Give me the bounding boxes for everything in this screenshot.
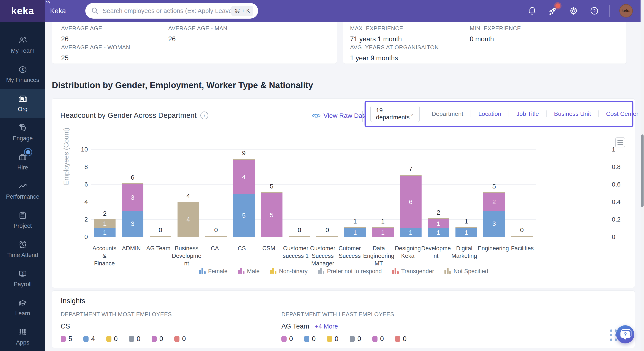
bar-cutomer-success[interactable]: 11 — [341, 149, 369, 237]
filter-department[interactable]: Department — [424, 110, 471, 117]
chart-context-menu-button[interactable] — [615, 137, 625, 147]
bar-ag-team[interactable]: 0 — [147, 149, 174, 237]
mini-bar-chart-icon — [238, 267, 244, 274]
color-swatch — [61, 336, 66, 342]
x-axis-category-label: DataEngineeringMT — [363, 241, 394, 267]
sidebar-item-engage[interactable]: Engage — [0, 118, 45, 147]
notifications-bell-icon[interactable] — [526, 5, 538, 17]
filter-cost-center[interactable]: Cost Center — [599, 110, 644, 117]
x-axis-category-label: CSM — [255, 241, 282, 267]
svg-text:$: $ — [22, 272, 24, 275]
bar-engineering[interactable]: 523 — [480, 149, 508, 237]
bar-total-label: 0 — [159, 226, 162, 234]
eye-icon — [312, 113, 320, 119]
bar-segment: 6 — [400, 176, 422, 228]
mini-bar-chart-icon — [444, 267, 451, 274]
bar-development[interactable]: 211 — [424, 149, 452, 237]
bar-total-label: 5 — [492, 183, 496, 190]
stat-label: AVERAGE AGE — [61, 25, 102, 32]
bar-cs[interactable]: 945 — [230, 149, 258, 237]
bar-total-label: 4 — [186, 192, 190, 200]
section-title: Distribution by Gender, Employment, Work… — [52, 80, 313, 90]
view-raw-data-link[interactable]: View Raw Data — [312, 112, 368, 119]
sidebar-item-apps[interactable]: Apps — [0, 322, 45, 351]
bar-csm[interactable]: 55 — [258, 149, 286, 237]
x-axis-category-label: CA — [201, 241, 228, 267]
sidebar-item-my-finances[interactable]: $My Finances — [0, 60, 45, 89]
color-swatch — [152, 336, 157, 342]
info-icon[interactable]: i — [200, 112, 208, 119]
legend-female[interactable]: Female — [199, 267, 228, 274]
bar-accounts-&-finance[interactable]: 211 — [91, 149, 119, 237]
filter-job-title[interactable]: Job Title — [509, 110, 546, 117]
x-axis-category-label: Accounts &Finance — [91, 241, 118, 267]
bar-designing-keka[interactable]: 761 — [397, 149, 424, 237]
gender-count: 0 — [350, 335, 361, 343]
mini-bar-chart-icon — [392, 267, 399, 274]
legend-label: Not Specified — [454, 268, 488, 275]
support-chat-button[interactable]: ? — [616, 325, 634, 343]
bar-ca[interactable]: 0 — [202, 149, 230, 237]
stat-label: MIN. EXPERIENCE — [470, 25, 521, 32]
legend-non-binary[interactable]: Non-binary — [270, 267, 308, 274]
filter-location[interactable]: Location — [471, 110, 509, 117]
chart-plot-area: 211633044094555001111761211115230 — [91, 149, 536, 237]
scrollbar-thumb[interactable] — [641, 134, 644, 207]
bar-digital-marketing[interactable]: 11 — [452, 149, 480, 237]
departments-dropdown[interactable]: 19 departments ⌄ — [370, 106, 420, 122]
user-avatar[interactable]: keka — [620, 4, 633, 18]
chevron-down-icon: ⌄ — [410, 111, 414, 117]
legend-male[interactable]: Male — [238, 267, 260, 274]
sidebar-item-my-team[interactable]: My Team — [0, 30, 45, 60]
headcount-chart-card: Headcount by Gender Across Department i … — [52, 98, 635, 288]
legend-not-specified[interactable]: Not Specified — [444, 267, 488, 274]
sidebar-item-label: My Team — [11, 48, 34, 54]
chart-legend: FemaleMaleNon-binaryPrefer not to respon… — [52, 267, 635, 274]
sidebar-item-hire[interactable]: Hire — [0, 147, 45, 176]
insight-least-employees: DEPARTMENT WITH LEAST EMPLOYEES AG Team … — [282, 311, 407, 343]
color-swatch — [350, 336, 355, 342]
keka-logo[interactable]: keka ,,, — [0, 0, 45, 22]
bar-facilities[interactable]: 0 — [508, 149, 536, 237]
sidebar-item-project[interactable]: Project — [0, 205, 45, 234]
insight-most-value: CS — [61, 322, 70, 330]
more-departments-link[interactable]: +4 More — [315, 323, 338, 330]
legend-label: Male — [247, 268, 260, 275]
filter-business-unit[interactable]: Business Unit — [546, 110, 599, 117]
insights-card: Insights DEPARTMENT WITH MOST EMPLOYEES … — [52, 290, 635, 348]
sidebar-item-org[interactable]: Org — [0, 89, 45, 118]
x-axis-category-label: Facilities — [509, 241, 536, 267]
gender-count: 5 — [61, 335, 72, 343]
sidebar-item-learn[interactable]: Learn — [0, 293, 45, 322]
legend-label: Non-binary — [279, 268, 308, 275]
bar-admin[interactable]: 633 — [119, 149, 147, 237]
help-icon[interactable]: ? — [589, 5, 600, 17]
x-axis-category-label: Development — [421, 241, 451, 267]
sidebar-navigation: My Team$My FinancesOrgEngageHirePerforma… — [0, 22, 45, 351]
legend-transgender[interactable]: Transgender — [392, 267, 434, 274]
bar-segment: 3 — [483, 211, 505, 237]
bar-customer-success-1[interactable]: 0 — [286, 149, 313, 237]
global-search-input[interactable]: Search employees or actions (Ex: Apply L… — [85, 3, 258, 19]
trend-arrow-icon — [18, 181, 28, 191]
page-scrollbar[interactable] — [640, 0, 644, 351]
sidebar-item-payroll[interactable]: $Payroll — [0, 264, 45, 293]
color-swatch — [83, 336, 88, 342]
count-value: 0 — [137, 335, 140, 343]
gender-count: 0 — [395, 335, 406, 343]
legend-prefer-not-to-respond[interactable]: Prefer not to respond — [318, 267, 382, 274]
stat-value: 26 — [61, 35, 102, 43]
bar-business-development[interactable]: 44 — [174, 149, 202, 237]
bar-data-engineering-mt[interactable]: 11 — [369, 149, 397, 237]
gender-count: 4 — [83, 335, 95, 343]
divider — [610, 5, 610, 17]
search-placeholder: Search employees or actions (Ex: Apply L… — [102, 7, 231, 15]
stat-label: AVG. YEARS AT ORGANISAITON — [350, 44, 439, 51]
bar-customer-success-manager[interactable]: 0 — [313, 149, 341, 237]
sidebar-item-time-attend[interactable]: Time Attend — [0, 234, 45, 264]
sidebar-item-performance[interactable]: Performance — [0, 176, 45, 205]
settings-gear-icon[interactable] — [568, 5, 579, 17]
whats-new-rocket-icon[interactable] — [547, 5, 558, 17]
not-specified-cap — [316, 236, 338, 237]
count-value: 0 — [335, 335, 338, 343]
